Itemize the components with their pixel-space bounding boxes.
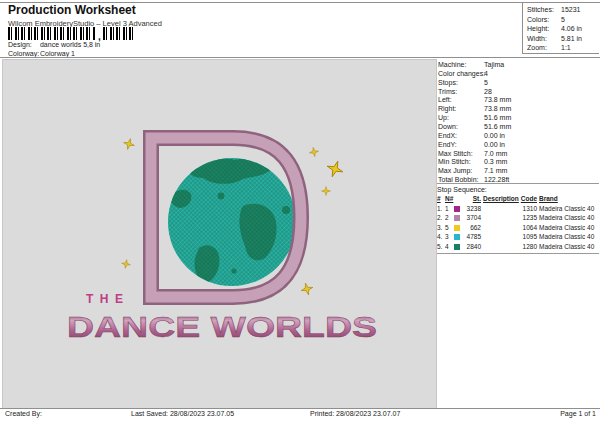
stop-sequence-table: # N# St. Description Code Brand 1.1 3238… (437, 194, 599, 254)
table-row: 4.3 4785 1095Madeira Classic 40 (437, 232, 599, 242)
stop-sequence-section: Stop Sequence: # N# St. Description Code… (437, 183, 599, 254)
footer-printed: Printed: 28/08/2023 23.07.07 (310, 410, 400, 417)
design-value: dance worlds 5,8 in (40, 41, 100, 48)
info-max-stitch: Max Stitch:7.0 mm (438, 150, 599, 159)
table-row: 2.2 3704 1235Madeira Classic 40 (437, 213, 599, 223)
design-label: Design: (8, 41, 38, 48)
footer-created-by: Created By: (5, 410, 42, 417)
stat-width: Width:5.81 in (527, 34, 599, 44)
thread-color-swatch (454, 215, 460, 221)
design-name-row: Design: dance worlds 5,8 in (8, 41, 100, 48)
star-icon (309, 147, 320, 158)
star-icon (300, 282, 315, 297)
footer-page-number: Page 1 of 1 (560, 410, 596, 417)
info-stops: Stops:5 (438, 79, 599, 88)
barcode-separator: , (96, 34, 103, 40)
header-separator (0, 57, 600, 58)
stop-sequence-title: Stop Sequence: (437, 185, 599, 194)
info-endy: EndY:0.00 in (438, 141, 599, 150)
table-row: 3.5 662 1064Madeira Classic 40 (437, 223, 599, 233)
stop-sequence-header-row: # N# St. Description Code Brand (437, 194, 599, 204)
footer-rule (0, 408, 600, 409)
barcode-group-2 (103, 27, 133, 40)
logo-name-text: DANCE WORLDS (67, 310, 377, 343)
page-title: Production Worksheet (8, 3, 136, 17)
globe-stitch-texture (168, 158, 296, 286)
info-trims: Trims:28 (438, 88, 599, 97)
thread-color-swatch (454, 234, 460, 240)
stat-zoom: Zoom:1:1 (527, 43, 599, 53)
info-max-jump: Max Jump:7.1 mm (438, 167, 599, 176)
colorway-row: Colorway: Colorway 1 (8, 50, 75, 57)
info-color-changes: Color changes:4 (438, 70, 599, 79)
design-stats-box: Stitches:15231 Colors:5 Height:4.06 in W… (522, 2, 599, 54)
footer-last-saved: Last Saved: 28/08/2023 23.07.05 (131, 410, 234, 417)
table-row: 5.4 2840 1280Madeira Classic 40 (437, 242, 599, 252)
star-icon (121, 259, 131, 269)
thread-color-swatch (454, 244, 460, 250)
star-icon (322, 187, 331, 196)
design-preview-canvas: THE DANCE WORLDS (2, 59, 437, 409)
globe-graphic (168, 158, 296, 286)
colorway-value: Colorway 1 (40, 50, 75, 57)
info-up: Up:51.6 mm (438, 114, 599, 123)
info-machine: Machine:Tajima (438, 61, 599, 70)
info-right: Right:73.8 mm (438, 105, 599, 114)
barcode-group-1 (8, 27, 96, 40)
info-endx: EndX:0.00 in (438, 132, 599, 141)
stat-height: Height:4.06 in (527, 24, 599, 34)
colorway-label: Colorway: (8, 50, 38, 57)
barcode: , (8, 27, 133, 40)
stat-stitches: Stitches:15231 (527, 5, 599, 15)
production-worksheet-page: Production Worksheet Wilcom EmbroiderySt… (0, 0, 600, 424)
info-min-stitch: Min Stitch:0.3 mm (438, 158, 599, 167)
info-left: Left:73.8 mm (438, 96, 599, 105)
table-row: 1.1 3238 1310Madeira Classic 40 (437, 204, 599, 214)
machine-info-panel: Machine:Tajima Color changes:4 Stops:5 T… (438, 61, 599, 185)
logo-the-text: THE (86, 292, 130, 306)
thread-color-swatch (454, 206, 460, 212)
info-down: Down:51.6 mm (438, 123, 599, 132)
star-icon (122, 137, 135, 150)
stat-colors: Colors:5 (527, 15, 599, 25)
star-icon (324, 158, 345, 179)
thread-color-swatch (454, 225, 460, 231)
embroidery-artwork: THE DANCE WORLDS (3, 60, 436, 408)
